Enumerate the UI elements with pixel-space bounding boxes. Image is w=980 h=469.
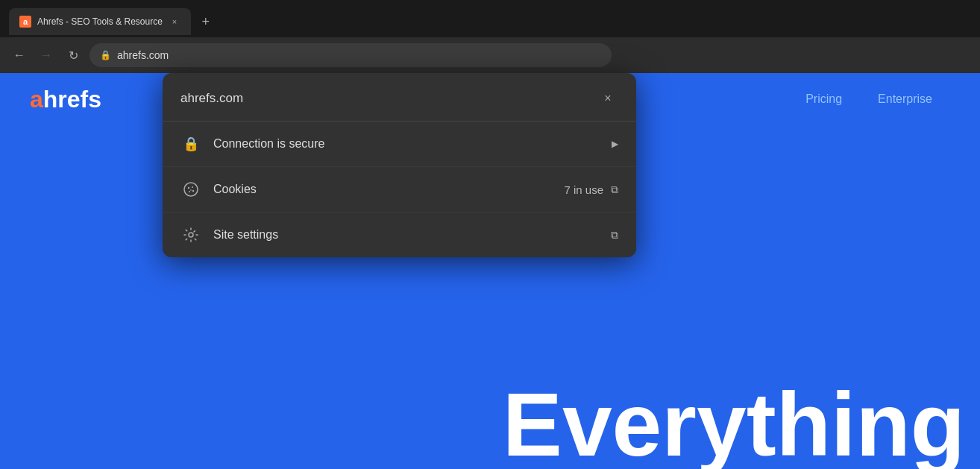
lock-icon: 🔒 xyxy=(180,133,201,154)
popup-close-button[interactable]: × xyxy=(597,88,618,109)
site-settings-label: Site settings xyxy=(213,228,611,242)
reload-button[interactable]: ↻ xyxy=(63,45,84,66)
nav-link-pricing[interactable]: Pricing xyxy=(788,86,860,112)
new-tab-button[interactable]: + xyxy=(195,11,216,32)
nav-links: Pricing Enterprise xyxy=(788,86,950,112)
popup-item-cookies[interactable]: Cookies 7 in use ⧉ xyxy=(163,167,636,213)
site-settings-meta: ⧉ xyxy=(611,229,618,242)
svg-point-1 xyxy=(188,187,189,189)
popup-site-name: ahrefs.com xyxy=(180,91,243,106)
cookies-label: Cookies xyxy=(213,183,564,196)
nav-link-enterprise[interactable]: Enterprise xyxy=(860,86,950,112)
popup-item-connection[interactable]: 🔒 Connection is secure ▶ xyxy=(163,122,636,167)
browser-tab[interactable]: a Ahrefs - SEO Tools & Resource × xyxy=(9,8,191,35)
address-bar-row: ← → ↻ 🔒 ahrefs.com xyxy=(0,37,980,73)
svg-point-2 xyxy=(192,186,193,188)
svg-point-3 xyxy=(189,191,190,192)
popup-header: ahrefs.com × xyxy=(163,73,636,122)
hero-text: Everything xyxy=(503,380,980,469)
lock-icon: 🔒 xyxy=(100,50,111,60)
url-text: ahrefs.com xyxy=(117,49,169,61)
cookies-icon xyxy=(180,179,201,200)
tab-close-button[interactable]: × xyxy=(169,16,180,28)
browser-chrome: a Ahrefs - SEO Tools & Resource × + ← → … xyxy=(0,0,980,73)
tab-favicon: a xyxy=(19,16,31,28)
logo-a: a xyxy=(30,86,43,113)
connection-label: Connection is secure xyxy=(213,137,612,151)
svg-point-0 xyxy=(184,183,198,196)
forward-button[interactable]: → xyxy=(36,45,57,66)
chevron-right-icon: ▶ xyxy=(612,139,618,149)
connection-meta: ▶ xyxy=(612,139,618,149)
svg-point-5 xyxy=(190,189,192,191)
site-info-popup: ahrefs.com × 🔒 Connection is secure ▶ xyxy=(163,73,636,257)
address-bar[interactable]: 🔒 ahrefs.com xyxy=(89,43,612,67)
back-button[interactable]: ← xyxy=(9,45,30,66)
cookies-count: 7 in use xyxy=(564,183,603,196)
settings-icon xyxy=(180,224,201,245)
tab-bar: a Ahrefs - SEO Tools & Resource × + xyxy=(0,0,980,37)
cookies-meta: 7 in use ⧉ xyxy=(564,183,618,196)
external-link-icon: ⧉ xyxy=(611,183,618,196)
logo-rest: hrefs xyxy=(43,86,101,113)
popup-item-site-settings[interactable]: Site settings ⧉ xyxy=(163,213,636,257)
ahrefs-logo: ahrefs xyxy=(30,86,101,113)
svg-point-4 xyxy=(192,190,194,192)
tab-title: Ahrefs - SEO Tools & Resource xyxy=(37,16,163,27)
external-link-icon-2: ⧉ xyxy=(611,229,618,242)
website-area: ahrefs Pricing Enterprise Everything ahr… xyxy=(0,73,980,469)
